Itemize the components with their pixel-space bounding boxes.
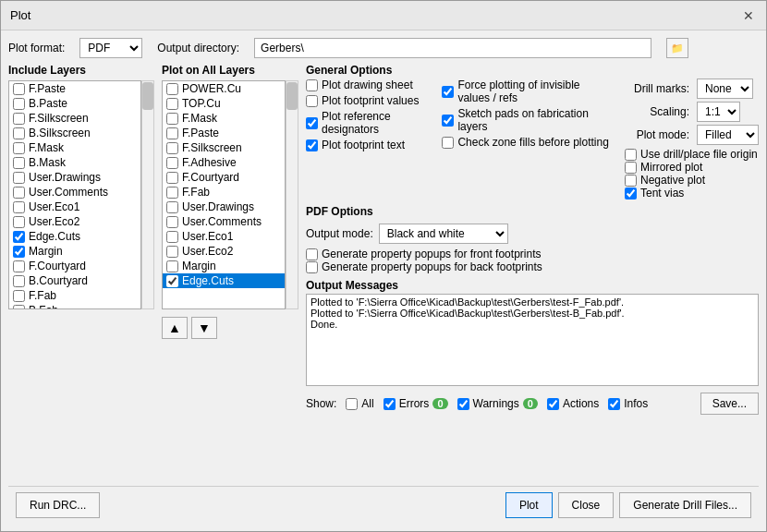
list-item[interactable]: Edge.Cuts xyxy=(163,273,285,288)
close-icon[interactable]: ✕ xyxy=(740,7,757,24)
plot-format-select[interactable]: PDF Gerber DXF SVG xyxy=(79,38,142,58)
list-item[interactable]: F.Courtyard xyxy=(163,170,285,185)
include-layers-scrollbar[interactable] xyxy=(141,80,154,309)
plot-all-scrollbar[interactable] xyxy=(286,80,298,309)
title-bar: Plot ✕ xyxy=(1,1,766,30)
list-item[interactable]: F.Paste xyxy=(9,81,140,96)
show-all-label: All xyxy=(361,397,373,410)
output-message-line: Plotted to 'F:\Sierra Office\Kicad\Backu… xyxy=(310,308,754,319)
ropt3-checkbox[interactable] xyxy=(625,175,637,187)
output-dir-input[interactable] xyxy=(254,38,651,58)
list-item[interactable]: F.Paste xyxy=(163,126,285,140)
list-item[interactable]: F.Fab xyxy=(9,288,140,303)
pdf-options-title: PDF Options xyxy=(306,205,759,218)
errors-badge: 0 xyxy=(432,398,447,409)
save-button[interactable]: Save... xyxy=(700,393,759,415)
list-item[interactable]: User.Eco2 xyxy=(163,244,285,259)
main-content: Include Layers F.PasteB.PasteF.Silkscree… xyxy=(8,64,759,480)
show-infos-label: Infos xyxy=(624,397,648,410)
show-warnings-checkbox[interactable] xyxy=(457,398,469,410)
list-item[interactable]: Margin xyxy=(163,259,285,273)
warnings-badge: 0 xyxy=(523,398,538,409)
list-item[interactable]: B.Silkscreen xyxy=(9,126,140,140)
list-item[interactable]: F.Adhesive xyxy=(163,155,285,170)
show-bar: Show: All Errors 0 Warnings 0 xyxy=(306,392,759,416)
list-item[interactable]: Margin xyxy=(9,244,140,259)
run-drc-button[interactable]: Run DRC... xyxy=(16,492,100,518)
opt5-checkbox[interactable] xyxy=(442,86,454,98)
plot-all-layers-list: POWER.CuTOP.CuF.MaskF.PasteF.SilkscreenF… xyxy=(162,80,286,309)
pdf-option-row: Generate property popups for back footpr… xyxy=(306,260,759,273)
ropt2-checkbox[interactable] xyxy=(625,162,637,174)
list-item[interactable]: B.Fab xyxy=(9,303,140,309)
pdf-checkboxes: Generate property popups for front footp… xyxy=(306,248,759,273)
pdf2-checkbox[interactable] xyxy=(306,261,318,273)
list-item[interactable]: F.Mask xyxy=(9,140,140,155)
list-item[interactable]: B.Paste xyxy=(9,96,140,111)
list-item[interactable]: F.Silkscreen xyxy=(163,140,285,155)
general-option-row: Plot footprint values xyxy=(306,94,427,107)
generate-drill-button[interactable]: Generate Drill Files... xyxy=(619,492,751,518)
show-infos-checkbox[interactable] xyxy=(608,398,620,410)
opt6-checkbox[interactable] xyxy=(442,115,454,127)
plot-mode-select[interactable]: FilledSketch xyxy=(697,125,759,145)
close-button[interactable]: Close xyxy=(558,492,615,518)
drill-marks-label: Drill marks: xyxy=(625,82,689,95)
list-item[interactable]: F.Fab xyxy=(163,185,285,200)
scrollbar-thumb2 xyxy=(286,82,298,110)
scaling-select[interactable]: 1:11:22:1 xyxy=(697,102,740,122)
list-item[interactable]: User.Comments xyxy=(9,185,140,200)
show-warnings-item: Warnings 0 xyxy=(457,397,538,410)
general-right-col: Drill marks: NoneSmallFull Scaling: 1:11… xyxy=(625,79,759,200)
general-options-title: General Options xyxy=(306,64,759,77)
list-item[interactable]: TOP.Cu xyxy=(163,96,285,111)
show-all-checkbox[interactable] xyxy=(346,398,358,410)
list-item[interactable]: B.Courtyard xyxy=(9,273,140,288)
list-item[interactable]: User.Eco1 xyxy=(9,200,140,214)
pdf1-checkbox[interactable] xyxy=(306,248,318,260)
include-layers-list: F.PasteB.PasteF.SilkscreenB.SilkscreenF.… xyxy=(8,80,141,309)
plot-all-layers-wrapper: POWER.CuTOP.CuF.MaskF.PasteF.SilkscreenF… xyxy=(162,80,298,309)
arrow-buttons: ▲ ▼ xyxy=(162,317,298,339)
opt2-checkbox[interactable] xyxy=(306,95,318,107)
ropt4-checkbox[interactable] xyxy=(625,187,637,200)
opt1-checkbox[interactable] xyxy=(306,79,318,91)
show-actions-item: Actions xyxy=(547,397,599,410)
list-item[interactable]: F.Silkscreen xyxy=(9,111,140,126)
drill-marks-select[interactable]: NoneSmallFull xyxy=(697,79,753,99)
list-item[interactable]: User.Eco1 xyxy=(163,229,285,244)
browse-button[interactable]: 📁 xyxy=(666,38,688,58)
list-item[interactable]: User.Comments xyxy=(163,214,285,229)
ropt1-checkbox[interactable] xyxy=(625,149,637,161)
show-actions-checkbox[interactable] xyxy=(547,398,559,410)
output-messages-section: Output Messages Plotted to 'F:\Sierra Of… xyxy=(306,279,759,386)
list-item[interactable]: F.Courtyard xyxy=(9,259,140,273)
move-up-button[interactable]: ▲ xyxy=(162,317,188,339)
list-item[interactable]: B.Mask xyxy=(9,155,140,170)
output-message-line: Plotted to 'F:\Sierra Office\Kicad\Backu… xyxy=(310,296,754,308)
general-option-row: Force plotting of invisible values / ref… xyxy=(442,79,610,104)
general-options-content: Plot drawing sheetPlot footprint valuesP… xyxy=(306,79,759,200)
general-option-row: Check zone fills before plotting xyxy=(442,136,610,149)
show-errors-checkbox[interactable] xyxy=(384,398,396,410)
opt3-checkbox[interactable] xyxy=(306,117,318,129)
opt4-checkbox[interactable] xyxy=(306,139,318,151)
general-option-row: Plot reference designators xyxy=(306,110,427,136)
pdf-options-section: PDF Options Output mode: Black and white… xyxy=(306,205,759,273)
format-label: Plot format: xyxy=(8,42,65,54)
opt7-checkbox[interactable] xyxy=(442,137,454,149)
list-item[interactable]: User.Eco2 xyxy=(9,214,140,229)
scaling-label: Scaling: xyxy=(625,105,689,118)
scrollbar-thumb xyxy=(142,82,153,110)
plot-button[interactable]: Plot xyxy=(505,492,553,518)
list-item[interactable]: User.Drawings xyxy=(9,170,140,185)
plot-dialog: Plot ✕ Plot format: PDF Gerber DXF SVG O… xyxy=(0,0,767,532)
move-down-button[interactable]: ▼ xyxy=(191,317,217,339)
general-option-row: Plot drawing sheet xyxy=(306,79,427,91)
list-item[interactable]: F.Mask xyxy=(163,111,285,126)
output-mode-select[interactable]: Black and white Color xyxy=(379,224,508,244)
list-item[interactable]: POWER.Cu xyxy=(163,81,285,96)
right-checkboxes: Use drill/place file originMirrored plot… xyxy=(625,148,759,200)
list-item[interactable]: Edge.Cuts xyxy=(9,229,140,244)
list-item[interactable]: User.Drawings xyxy=(163,200,285,214)
